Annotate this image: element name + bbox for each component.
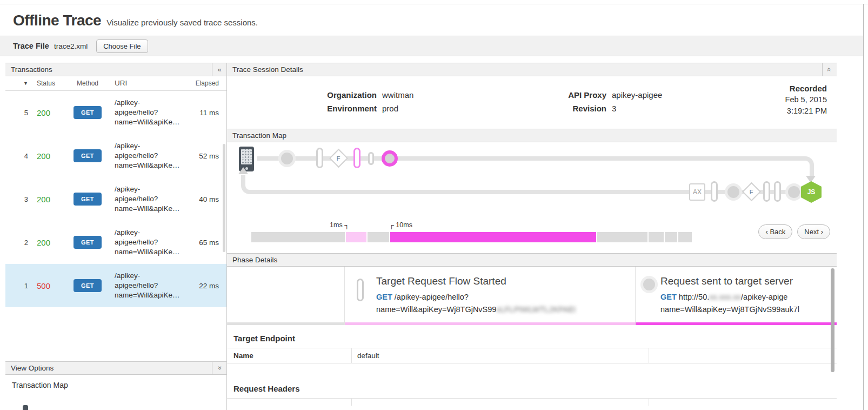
method-badge: GET	[74, 193, 102, 206]
column-method[interactable]: Method	[61, 80, 115, 87]
trace-session-panel: Trace Session Details « Organization wwi…	[227, 63, 837, 410]
phase-pill-icon	[357, 279, 364, 301]
transaction-uri: /apikey- apigee/hello? name=Will&apiKe…	[115, 271, 184, 300]
timeline-segment	[346, 232, 368, 242]
transaction-map: F AX F JS 1ms ┐ ┌ 10ms ‹	[227, 142, 837, 253]
request-headers-heading: Request Headers	[227, 376, 837, 398]
column-status[interactable]: Status	[30, 80, 61, 87]
status-code: 200	[30, 238, 61, 247]
active-flow-pill-icon[interactable]	[353, 148, 360, 168]
phase-request-line: GET /apikey-apigee/hello?	[376, 293, 469, 301]
timeline-marker-1ms: 1ms ┐	[295, 221, 349, 229]
phase-empty-column	[227, 267, 344, 325]
api-proxy-label: API Proxy	[558, 88, 606, 102]
track-elbow-right	[789, 156, 814, 178]
timeline-marker-10ms: ┌ 10ms	[389, 221, 412, 229]
timeline-segment	[678, 232, 693, 242]
collapse-left-icon[interactable]: «	[212, 63, 226, 76]
phase-card-target-request[interactable]: Target Request Flow Started GET /apikey-…	[344, 267, 635, 325]
timeline-segment	[597, 232, 649, 242]
transactions-scrollbar[interactable]	[223, 144, 225, 252]
view-options-header-bar: View Options «	[5, 361, 226, 375]
timeline-segment	[251, 232, 346, 242]
offline-trace-page: Offline Trace Visualize previously saved…	[0, 0, 868, 410]
trace-file-name: trace2.xml	[54, 42, 88, 50]
nodejs-target-icon[interactable]: JS	[801, 181, 822, 203]
request-headers-row	[227, 398, 837, 406]
transaction-uri: /apikey- apigee/hello? name=Will&apiKe…	[115, 141, 184, 170]
trace-file-bar: Trace File trace2.xml Choose File	[0, 36, 863, 56]
trace-file-label: Trace File	[13, 42, 49, 50]
recorded-time: 3:19:21 PM	[785, 105, 827, 117]
method-badge: GET	[74, 236, 102, 249]
transactions-header-title: Transactions	[5, 65, 212, 74]
timeline-bar[interactable]	[251, 232, 695, 242]
response-flow-diamond-icon[interactable]: F	[742, 182, 761, 201]
column-uri[interactable]: URI	[115, 78, 184, 88]
transaction-row[interactable]: 4 200 GET /apikey- apigee/hello? name=Wi…	[5, 134, 226, 177]
response-pill-icon[interactable]	[774, 181, 781, 202]
transactions-header-bar: Transactions «	[5, 63, 226, 76]
view-options-section: View Options « Transaction Map	[5, 361, 226, 389]
target-endpoint-section: Target Endpoint Name default	[227, 325, 837, 372]
elapsed-time: 11 ms	[184, 109, 226, 117]
status-code: 200	[30, 195, 61, 204]
collapse-up-icon[interactable]: «	[822, 63, 837, 76]
view-option-transaction-map[interactable]: Transaction Map	[5, 375, 226, 389]
recorded-block: Recorded Feb 5, 2015 3:19:21 PM	[785, 83, 827, 117]
small-step-pill-icon[interactable]	[368, 152, 374, 165]
transaction-map-header-bar: Transaction Map	[227, 129, 837, 142]
response-pill-icon[interactable]	[763, 181, 770, 202]
top-divider	[0, 4, 868, 4]
session-header-title: Trace Session Details	[227, 65, 822, 74]
transaction-row[interactable]: 3 200 GET /apikey- apigee/hello? name=Wi…	[5, 177, 226, 221]
transactions-panel: Transactions « ▼ Status Method URI Elaps…	[5, 63, 227, 410]
status-code: 200	[30, 108, 61, 117]
transaction-row[interactable]: 2 200 GET /apikey- apigee/hello? name=Wi…	[5, 221, 226, 264]
phase-details-header-bar: Phase Details	[227, 253, 837, 267]
back-button[interactable]: ‹ Back	[758, 224, 792, 239]
proxy-step-pill-icon[interactable]	[316, 148, 323, 168]
timeline-segment	[649, 232, 665, 242]
view-options-title: View Options	[5, 364, 212, 372]
response-pill-icon[interactable]	[711, 181, 718, 202]
response-disc-icon[interactable]	[788, 186, 800, 198]
phase-title: Target Request Flow Started	[376, 275, 506, 287]
redacted-text: xLFLPIWLWTL2KPAEI	[496, 305, 576, 314]
phase-navigation: ‹ Back Next ›	[753, 224, 830, 239]
phase-disc-icon	[643, 279, 655, 290]
phase-request-line: GET http://50.xx.xxx.xx/apikey-apige	[660, 293, 787, 301]
collapse-down-icon[interactable]: «	[212, 362, 226, 374]
transaction-uri: /apikey- apigee/hello? name=Will&apiKe…	[115, 228, 184, 257]
target-endpoint-heading: Target Endpoint	[227, 325, 837, 348]
analytics-step-icon[interactable]: AX	[689, 183, 705, 201]
view-option-partial-icon	[23, 405, 28, 410]
transaction-row[interactable]: 5 200 GET /apikey- apigee/hello? name=Wi…	[5, 91, 226, 134]
response-disc-icon[interactable]	[727, 186, 739, 198]
organization-value: wwitman	[382, 88, 413, 102]
phase-query-line: name=Will&apiKey=Wj8TGjNvS99auk7l	[660, 305, 799, 314]
details-scrollbar[interactable]	[831, 268, 834, 372]
proxy-step-disc-icon[interactable]	[281, 153, 293, 164]
name-label: Name	[227, 352, 351, 360]
name-value: default	[351, 348, 649, 363]
elapsed-time: 52 ms	[184, 152, 226, 160]
transactions-table-header: ▼ Status Method URI Elapsed	[5, 76, 226, 91]
next-button[interactable]: Next ›	[797, 224, 830, 239]
status-code: 500	[30, 281, 61, 290]
transaction-row-selected[interactable]: 1 500 GET /apikey- apigee/hello? name=Wi…	[5, 264, 226, 307]
status-code: 200	[30, 151, 61, 161]
transaction-index: 1	[5, 282, 30, 290]
elapsed-time: 40 ms	[184, 195, 226, 203]
response-track	[257, 190, 803, 194]
sort-caret-icon[interactable]: ▼	[5, 81, 30, 86]
page-header: Offline Trace Visualize previously saved…	[13, 12, 258, 29]
environment-value: prod	[382, 102, 398, 115]
transaction-index: 2	[5, 239, 30, 247]
flow-diamond-icon[interactable]: F	[329, 149, 348, 168]
choose-file-button[interactable]: Choose File	[96, 39, 148, 53]
environment-label: Environment	[309, 102, 377, 115]
phase-card-request-sent[interactable]: Request sent to target server GET http:/…	[635, 267, 837, 325]
selected-step-circle-icon[interactable]	[382, 150, 398, 167]
column-elapsed[interactable]: Elapsed	[184, 80, 226, 87]
